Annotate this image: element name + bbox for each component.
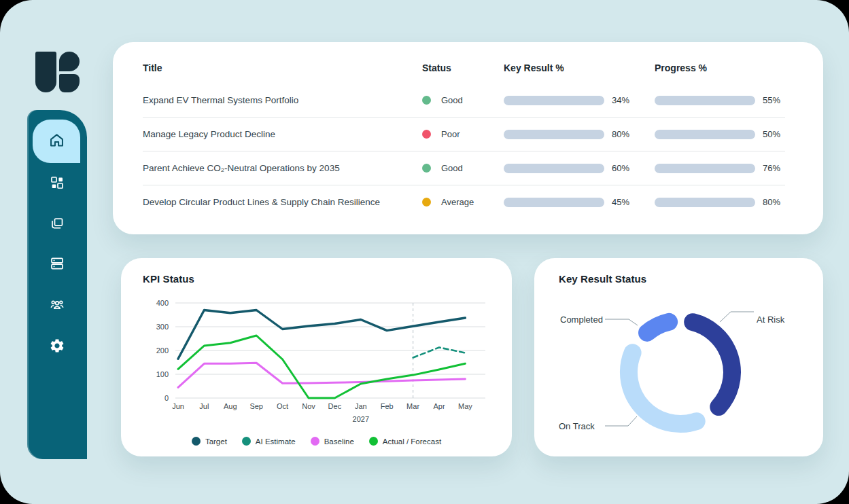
sidebar-item-documents[interactable] (49, 215, 65, 232)
dashboard-icon (49, 175, 65, 191)
key-result-value: 80% (612, 129, 629, 139)
svg-text:Sep: Sep (249, 402, 263, 410)
status-dot-icon (422, 164, 431, 173)
svg-text:Apr: Apr (433, 402, 445, 410)
objectives-table-card: Title Status Key Result % Progress % Exp… (113, 42, 823, 234)
documents-icon (49, 215, 65, 232)
svg-text:200: 200 (156, 346, 169, 355)
status-label: Average (441, 197, 474, 207)
status-label: Good (441, 163, 463, 173)
table-row[interactable]: Parent Achieve CO₂-Neutral Operations by… (143, 151, 785, 185)
objective-title: Expand EV Thermal Systems Portfolio (143, 95, 422, 105)
status-cell: Good (422, 95, 504, 105)
key-result-bar (504, 164, 604, 173)
key-result-cell: 45% (504, 197, 655, 207)
kpi-status-card: KPI Status 0100200300400JunJulAugSepOctN… (121, 258, 512, 456)
svg-text:Jun: Jun (172, 402, 184, 410)
objective-title: Parent Achieve CO₂-Neutral Operations by… (143, 163, 422, 173)
svg-text:May: May (458, 402, 472, 410)
key-result-value: 60% (612, 163, 629, 173)
legend-dot-icon (192, 437, 201, 446)
svg-text:Aug: Aug (224, 402, 237, 410)
svg-text:100: 100 (156, 370, 169, 378)
key-result-cell: 80% (504, 129, 655, 139)
column-header-status: Status (422, 62, 504, 73)
donut-label-at-risk: At Risk (757, 314, 784, 325)
svg-text:400: 400 (156, 299, 169, 307)
key-result-cell: 60% (504, 163, 655, 173)
settings-icon (49, 338, 65, 354)
home-icon (48, 131, 66, 152)
key-result-bar (504, 198, 604, 207)
legend-label: AI Estimate (256, 437, 296, 446)
legend-label: Target (205, 437, 227, 446)
legend-dot-icon (369, 437, 378, 446)
status-dot-icon (422, 130, 431, 139)
svg-text:Jul: Jul (199, 402, 209, 410)
svg-text:Dec: Dec (328, 402, 342, 410)
table-row[interactable]: Manage Legacy Product DeclinePoor80%50% (143, 118, 785, 151)
progress-bar (655, 130, 755, 139)
kpi-chart-title: KPI Status (143, 273, 194, 285)
svg-text:Mar: Mar (406, 402, 419, 410)
progress-value: 80% (763, 197, 780, 207)
column-header-key-result: Key Result % (504, 62, 655, 73)
svg-text:Nov: Nov (302, 402, 315, 410)
objective-title: Develop Circular Product Lines & Supply … (143, 197, 422, 207)
sidebar-item-team[interactable] (49, 297, 65, 313)
legend-dot-icon (311, 437, 319, 446)
legend-item-ai-estimate[interactable]: AI Estimate (242, 437, 296, 446)
server-icon (49, 255, 65, 272)
progress-cell: 76% (655, 163, 785, 173)
svg-text:300: 300 (156, 323, 169, 331)
sidebar (27, 110, 87, 459)
table-row[interactable]: Expand EV Thermal Systems PortfolioGood3… (143, 84, 785, 118)
key-result-bar (504, 96, 604, 105)
svg-text:2027: 2027 (353, 415, 369, 423)
objective-title: Manage Legacy Product Decline (143, 129, 422, 139)
progress-bar (655, 96, 755, 105)
column-header-progress: Progress % (655, 62, 785, 73)
key-result-status-card: Key Result Status Completed At Risk On T… (534, 258, 823, 456)
table-row[interactable]: Develop Circular Product Lines & Supply … (143, 185, 785, 219)
legend-label: Baseline (324, 437, 354, 446)
svg-text:Jan: Jan (355, 402, 367, 410)
progress-bar (655, 164, 755, 173)
sidebar-item-home-active[interactable] (33, 120, 80, 163)
progress-value: 55% (763, 95, 780, 105)
kpi-chart-legend: TargetAI EstimateBaselineActual / Foreca… (121, 437, 512, 446)
table-header-row: Title Status Key Result % Progress % (143, 62, 785, 84)
progress-bar (655, 198, 755, 207)
legend-dot-icon (242, 437, 251, 446)
donut-label-on-track: On Track (559, 421, 595, 431)
svg-text:Oct: Oct (277, 402, 288, 410)
svg-text:0: 0 (164, 394, 169, 402)
sidebar-item-settings[interactable] (49, 338, 65, 354)
dashboard-canvas: Title Status Key Result % Progress % Exp… (0, 0, 849, 504)
progress-value: 50% (763, 129, 780, 139)
column-header-title: Title (143, 62, 422, 73)
status-label: Poor (441, 129, 460, 139)
legend-item-baseline[interactable]: Baseline (311, 437, 354, 446)
progress-cell: 55% (655, 95, 785, 105)
kpi-line-chart: 0100200300400JunJulAugSepOctNovDecJanFeb… (121, 292, 512, 428)
donut-label-completed: Completed (560, 314, 603, 325)
key-result-value: 34% (612, 95, 629, 105)
sidebar-item-server[interactable] (49, 255, 65, 272)
team-icon (49, 297, 65, 313)
progress-cell: 80% (655, 197, 785, 207)
status-dot-icon (422, 198, 431, 206)
status-cell: Average (422, 197, 504, 207)
sidebar-item-dashboard[interactable] (49, 175, 65, 191)
app-logo[interactable] (35, 52, 80, 92)
status-cell: Poor (422, 129, 504, 139)
progress-cell: 50% (655, 129, 785, 139)
legend-item-actual-forecast[interactable]: Actual / Forecast (369, 437, 441, 446)
objectives-table: Title Status Key Result % Progress % Exp… (143, 62, 785, 219)
status-label: Good (441, 95, 463, 105)
legend-item-target[interactable]: Target (192, 437, 227, 446)
key-result-value: 45% (612, 197, 629, 207)
status-cell: Good (422, 163, 504, 173)
svg-text:Feb: Feb (381, 402, 394, 410)
logo-shape-drop (59, 52, 80, 71)
